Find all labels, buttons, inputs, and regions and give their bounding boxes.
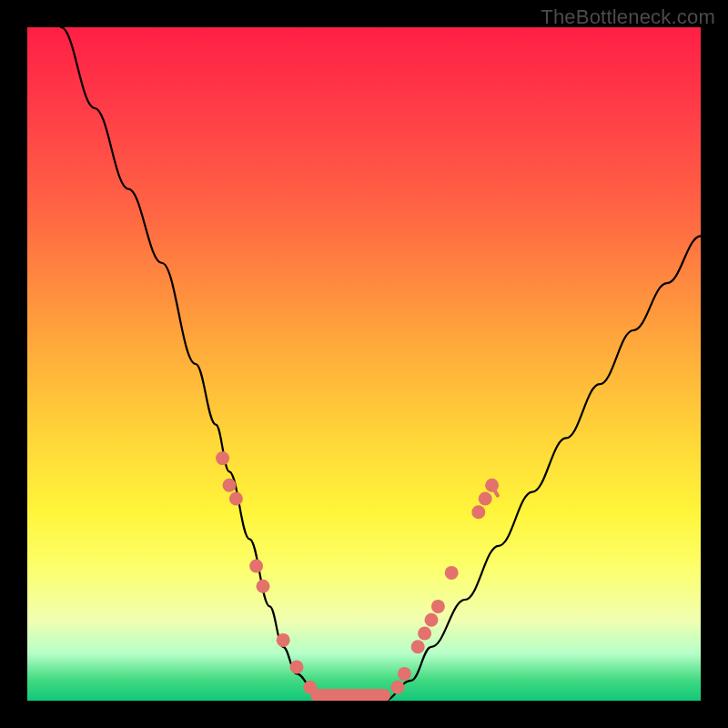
curve-marker	[223, 479, 237, 492]
chart-frame: TheBottleneck.com	[0, 0, 728, 728]
chart-overlay	[27, 27, 701, 701]
curve-marker	[216, 451, 229, 465]
watermark-text: TheBottleneck.com	[541, 5, 715, 29]
curve-marker	[445, 566, 459, 580]
curve-marker	[411, 640, 425, 653]
curve-marker	[418, 627, 431, 641]
curve-marker	[471, 505, 485, 519]
curve-marker	[249, 560, 263, 573]
curve-marker	[479, 492, 492, 506]
curve-marker	[391, 681, 405, 694]
curve-marker	[257, 580, 270, 593]
markers-left-group	[216, 451, 317, 694]
curve-marker	[431, 600, 445, 613]
curve-marker	[277, 633, 290, 647]
curve-marker	[290, 661, 304, 674]
curve-marker	[303, 681, 317, 694]
curve-marker	[398, 667, 411, 681]
markers-right-group	[391, 479, 500, 694]
bottleneck-curve	[61, 27, 701, 701]
chart-plot-area	[27, 27, 701, 701]
curve-marker	[229, 492, 243, 506]
curve-marker	[425, 613, 439, 627]
